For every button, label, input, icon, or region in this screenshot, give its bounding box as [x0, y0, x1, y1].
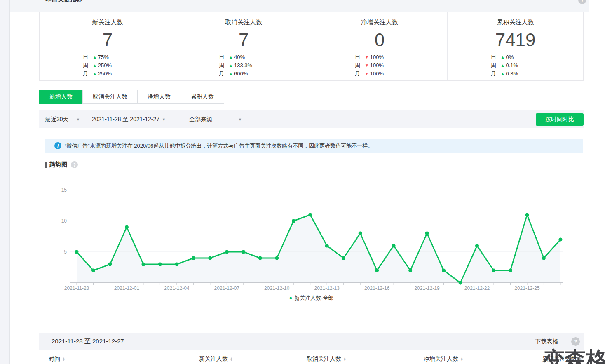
table-column-headers: 时间▲▼ 新关注人数▲▼ 取消关注人数▲▼ 净增关注人数▲▼ 累积关注人数▲▼ [39, 350, 584, 364]
scroll-track-line [590, 12, 590, 364]
period-label: 周 [219, 62, 229, 69]
trend-arrow-icon: ▲ [229, 63, 233, 68]
info-icon: i [54, 142, 61, 149]
section-marker [45, 162, 47, 168]
metric-value: 7419 [448, 30, 583, 51]
metric-row-week: 周▲0.1% [491, 61, 540, 70]
period-label: 周 [491, 62, 501, 69]
trend-value: 250% [98, 70, 112, 77]
metric-title: 新关注人数 [40, 19, 176, 26]
column-label: 时间 [49, 355, 60, 363]
metric-title: 累积关注人数 [448, 19, 583, 26]
key-metrics-card: 新关注人数 7 日▲75% 周▲250% 月▲250% 取消关注人数 7 日▲4… [39, 12, 584, 81]
svg-text:2021-12-13: 2021-12-13 [314, 285, 340, 291]
period-label: 月 [355, 70, 365, 77]
notice-text: “微信广告”来源的新增关注在 2020/06起从其他中拆分给出，计算方式与广告主… [65, 142, 373, 150]
column-header-net-increase[interactable]: 净增关注人数▲▼ [424, 355, 463, 363]
trend-arrow-icon: ▲ [93, 55, 97, 59]
column-label: 新关注人数 [199, 355, 228, 363]
trend-value: 100% [370, 70, 384, 77]
sort-icon[interactable]: ▲▼ [343, 357, 346, 361]
svg-text:15: 15 [61, 187, 67, 193]
help-icon[interactable]: ? [71, 161, 78, 168]
legend-label: 新关注人数-全部 [294, 295, 333, 301]
source-dropdown[interactable]: 全部来源 ▼ [183, 110, 248, 128]
period-label: 月 [219, 70, 229, 77]
trend-chart-svg[interactable]: 510152021-11-282021-12-012021-12-042021-… [39, 177, 584, 295]
help-icon[interactable]: ? [578, 0, 586, 4]
period-label: 日 [491, 54, 501, 61]
date-range-picker[interactable]: 2021-11-28 至 2021-12-27 ▼ [86, 110, 183, 128]
svg-text:10: 10 [61, 218, 67, 224]
trend-value: 100% [370, 62, 384, 68]
metric-row-week: 周▲133.3% [219, 61, 268, 70]
svg-text:5: 5 [64, 249, 67, 255]
chart-legend[interactable]: ●新关注人数-全部 [39, 294, 584, 302]
trend-value: 75% [98, 54, 109, 60]
metric-row-month: 月▲0.3% [491, 70, 540, 78]
chevron-down-icon: ▼ [76, 117, 80, 122]
period-label: 月 [491, 70, 501, 77]
table-date-range: 2021-11-28 至 2021-12-27 [52, 338, 526, 345]
column-header-unfollowers[interactable]: 取消关注人数▲▼ [307, 355, 346, 363]
trend-arrow-icon: ▼ [365, 71, 369, 76]
dashboard-page: 昨日关键指标 ? 新关注人数 7 日▲75% 周▲250% 月▲250% 取消关… [0, 0, 605, 364]
column-label: 净增关注人数 [424, 355, 458, 363]
period-label: 日 [219, 54, 229, 61]
trend-value: 0.1% [506, 62, 518, 68]
svg-text:2021-12-25: 2021-12-25 [514, 285, 540, 291]
svg-text:2021-12-07: 2021-12-07 [214, 285, 240, 291]
tab-new-followers[interactable]: 新增人数 [39, 90, 83, 104]
svg-text:2021-12-04: 2021-12-04 [164, 285, 190, 291]
metric-unfollowers: 取消关注人数 7 日▲40% 周▲133.3% 月▲600% [176, 12, 312, 80]
tab-unfollowers[interactable]: 取消关注人数 [82, 90, 138, 104]
trend-arrow-icon: ▼ [365, 55, 369, 59]
trend-value: 133.3% [234, 62, 252, 68]
trend-value: 100% [370, 54, 384, 60]
metric-total-followers: 累积关注人数 7419 日▲0% 周▲0.1% 月▲0.3% [447, 12, 583, 80]
table-header-bar: 2021-11-28 至 2021-12-27 下载表格 ? [39, 333, 584, 350]
trend-value: 0% [506, 54, 514, 60]
page-title: 昨日关键指标 [45, 0, 82, 3]
metric-value: 7 [176, 30, 312, 51]
left-rail [0, 0, 10, 364]
section-header-row: 昨日关键指标 ? [10, 0, 589, 12]
trend-value: 250% [98, 62, 112, 68]
tab-net-increase[interactable]: 净增人数 [137, 90, 181, 104]
column-header-new-followers[interactable]: 新关注人数▲▼ [199, 355, 233, 363]
range-dropdown[interactable]: 最近30天 ▼ [39, 110, 86, 128]
metric-row-day: 日▲0% [491, 53, 540, 61]
compare-by-time-button[interactable]: 按时间对比 [536, 113, 584, 126]
sort-icon[interactable]: ▲▼ [62, 357, 65, 361]
metric-tabs: 新增人数 取消关注人数 净增人数 累积人数 [39, 90, 224, 104]
svg-text:2021-12-10: 2021-12-10 [264, 285, 290, 291]
period-label: 日 [355, 54, 365, 61]
chevron-down-icon: ▼ [162, 117, 166, 122]
help-icon[interactable]: ? [571, 337, 580, 346]
metric-net-increase: 净增关注人数 0 日▼100% 周▼100% 月▼100% [312, 12, 448, 80]
metric-title: 净增关注人数 [312, 19, 448, 26]
trend-value: 0.3% [506, 70, 518, 77]
svg-text:2021-12-16: 2021-12-16 [364, 285, 390, 291]
metric-title: 取消关注人数 [176, 19, 312, 26]
column-header-time[interactable]: 时间▲▼ [49, 355, 65, 363]
trend-section-header: 趋势图 ? [45, 161, 78, 169]
metric-row-month: 月▼100% [355, 70, 404, 78]
download-table-link[interactable]: 下载表格 [535, 338, 558, 345]
sort-icon[interactable]: ▲▼ [460, 357, 463, 361]
column-label: 取消关注人数 [307, 355, 341, 363]
svg-text:2021-12-19: 2021-12-19 [414, 285, 440, 291]
sort-icon[interactable]: ▲▼ [230, 357, 233, 361]
trend-arrow-icon: ▲ [93, 63, 97, 68]
trend-value: 600% [234, 70, 248, 77]
trend-arrow-icon: ▼ [365, 63, 369, 68]
trend-chart[interactable]: 510152021-11-282021-12-012021-12-042021-… [39, 177, 584, 295]
period-label: 日 [83, 54, 93, 61]
metric-row-day: 日▲75% [83, 53, 132, 61]
metric-row-week: 周▲250% [83, 61, 132, 70]
trend-arrow-icon: ▲ [501, 71, 505, 76]
metric-trend-rows: 日▲75% 周▲250% 月▲250% [83, 53, 132, 78]
svg-text:2021-11-28: 2021-11-28 [64, 285, 89, 291]
trend-arrow-icon: ▲ [93, 71, 97, 76]
tab-total[interactable]: 累积人数 [181, 90, 224, 104]
